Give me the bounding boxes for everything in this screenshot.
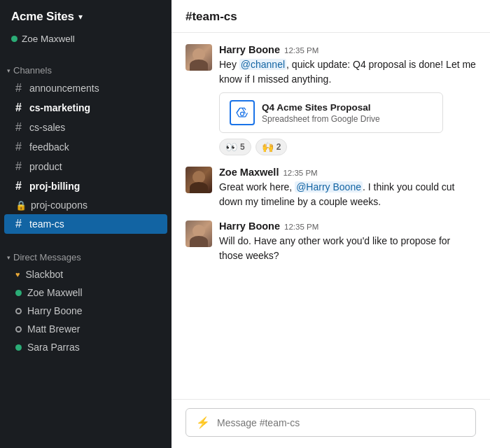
hash-icon: # <box>15 82 25 94</box>
message-3: Harry Boone 12:35 PM Will do. Have any o… <box>186 220 476 263</box>
channel-label: proj-coupons <box>31 200 88 211</box>
attachment-info: Q4 Acme Sites Proposal Spreadsheet from … <box>262 102 380 124</box>
avatar-zoe <box>186 167 212 193</box>
current-user-name: Zoe Maxwell <box>22 34 75 44</box>
slackbot-heart-icon: ♥ <box>15 270 20 279</box>
sidebar-item-team-cs[interactable]: # team-cs <box>4 214 167 234</box>
message-1-header: Harry Boone 12:35 PM <box>219 44 476 55</box>
sidebar-item-proj-billing[interactable]: # proj-billing <box>4 176 167 196</box>
google-drive-icon <box>230 100 255 125</box>
dm-item-matt-brewer[interactable]: Matt Brewer <box>4 320 167 338</box>
channels-triangle-icon: ▾ <box>7 67 10 74</box>
sidebar-item-feedback[interactable]: # feedback <box>4 137 167 157</box>
reaction-eyes[interactable]: 👀 5 <box>219 139 251 155</box>
avatar-harry <box>186 44 212 71</box>
message-3-content: Harry Boone 12:35 PM Will do. Have any o… <box>219 220 476 263</box>
dm-name: Slackbot <box>26 269 64 280</box>
channel-label: announcements <box>29 83 99 94</box>
dm-name: Sara Parras <box>27 342 80 353</box>
hash-icon: # <box>15 121 25 134</box>
hash-icon: # <box>15 218 25 230</box>
offline-status-dot <box>15 326 22 332</box>
channel-title: #team-cs <box>186 10 237 23</box>
message-1-author: Harry Boone <box>219 44 280 55</box>
dm-item-zoe-maxwell[interactable]: Zoe Maxwell <box>4 284 167 302</box>
message-2-text: Great work here, @Harry Boone. I think y… <box>219 180 476 209</box>
dm-item-harry-boone[interactable]: Harry Boone <box>4 302 167 320</box>
channels-section-header[interactable]: ▾ Channels <box>0 54 172 78</box>
dm-section-header[interactable]: ▾ Direct Messages <box>0 241 172 265</box>
dm-triangle-icon: ▾ <box>7 254 10 261</box>
lock-icon: 🔒 <box>15 200 27 211</box>
channel-label: product <box>29 161 62 172</box>
channel-label: feedback <box>29 141 69 153</box>
message-1: Harry Boone 12:35 PM Hey @channel, quick… <box>186 44 476 155</box>
messages-area: Harry Boone 12:35 PM Hey @channel, quick… <box>172 33 490 399</box>
attachment-q4-proposal[interactable]: Q4 Acme Sites Proposal Spreadsheet from … <box>219 92 443 133</box>
sidebar-item-announcements[interactable]: # announcements <box>4 78 167 98</box>
workspace-header[interactable]: Acme Sites ▾ <box>0 0 172 31</box>
dm-list: ♥ Slackbot Zoe Maxwell Harry Boone Matt … <box>0 265 172 356</box>
message-1-time: 12:35 PM <box>284 46 318 55</box>
hash-icon: # <box>15 180 25 192</box>
message-3-author: Harry Boone <box>219 220 280 232</box>
message-2-header: Zoe Maxwell 12:35 PM <box>219 167 476 178</box>
hash-icon: # <box>15 102 25 114</box>
sidebar-item-cs-marketing[interactable]: # cs-marketing <box>4 98 167 118</box>
lightning-icon: ⚡ <box>196 416 210 429</box>
channel-label: team-cs <box>29 218 64 230</box>
dm-name: Harry Boone <box>27 305 83 316</box>
attachment-title: Q4 Acme Sites Proposal <box>262 102 380 113</box>
channel-label: proj-billing <box>29 181 80 192</box>
message-1-content: Harry Boone 12:35 PM Hey @channel, quick… <box>219 44 476 155</box>
dm-item-sara-parras[interactable]: Sara Parras <box>4 338 167 356</box>
online-status-dot <box>15 344 22 351</box>
message-2-author: Zoe Maxwell <box>219 167 279 178</box>
dm-item-slackbot[interactable]: ♥ Slackbot <box>4 265 167 284</box>
reactions-row: 👀 5 🙌 2 <box>219 139 476 155</box>
eyes-count: 5 <box>240 142 245 152</box>
message-1-text: Hey @channel, quick update: Q4 proposal … <box>219 57 476 87</box>
dm-label: Direct Messages <box>13 252 81 262</box>
sidebar-item-product[interactable]: # product <box>4 157 167 176</box>
sidebar-item-proj-coupons[interactable]: 🔒 proj-coupons <box>4 196 167 214</box>
avatar-harry-2 <box>186 220 212 247</box>
channel-header: #team-cs <box>172 0 490 33</box>
channel-label: cs-marketing <box>29 102 90 113</box>
sidebar-item-cs-sales[interactable]: # cs-sales <box>4 118 167 137</box>
message-2-time: 12:35 PM <box>283 169 317 177</box>
message-2-content: Zoe Maxwell 12:35 PM Great work here, @H… <box>219 167 476 209</box>
channels-label: Channels <box>13 65 52 76</box>
dm-name: Matt Brewer <box>27 323 80 335</box>
workspace-chevron-icon: ▾ <box>78 12 83 22</box>
channels-list: # announcements # cs-marketing # cs-sale… <box>0 78 172 234</box>
hash-icon: # <box>15 141 25 153</box>
harry-mention[interactable]: @Harry Boone <box>295 181 363 192</box>
message-input-area: ⚡ <box>172 399 490 448</box>
online-status-dot <box>15 290 22 296</box>
current-user-status[interactable]: Zoe Maxwell <box>0 31 172 54</box>
raised-hands-count: 2 <box>276 142 281 152</box>
message-3-time: 12:35 PM <box>284 223 318 231</box>
raised-hands-emoji: 🙌 <box>262 141 274 153</box>
channel-label: cs-sales <box>29 122 65 133</box>
channel-mention[interactable]: @channel <box>239 59 286 70</box>
message-3-header: Harry Boone 12:35 PM <box>219 220 476 232</box>
main-content: #team-cs Harry Boone 12:35 PM Hey @chann… <box>172 0 490 448</box>
user-online-dot <box>11 36 18 42</box>
sidebar: Acme Sites ▾ Zoe Maxwell ▾ Channels # an… <box>0 0 172 448</box>
workspace-name: Acme Sites <box>11 10 74 24</box>
message-3-text: Will do. Have any other work you'd like … <box>219 234 476 263</box>
reaction-raised-hands[interactable]: 🙌 2 <box>255 139 288 155</box>
message-input-box: ⚡ <box>186 408 476 437</box>
offline-status-dot <box>15 308 22 314</box>
message-input[interactable] <box>217 417 465 428</box>
svg-point-0 <box>241 112 244 115</box>
message-2: Zoe Maxwell 12:35 PM Great work here, @H… <box>186 167 476 209</box>
dm-name: Zoe Maxwell <box>27 287 83 298</box>
attachment-subtitle: Spreadsheet from Google Drive <box>262 114 380 124</box>
hash-icon: # <box>15 160 25 173</box>
eyes-emoji: 👀 <box>225 141 237 153</box>
